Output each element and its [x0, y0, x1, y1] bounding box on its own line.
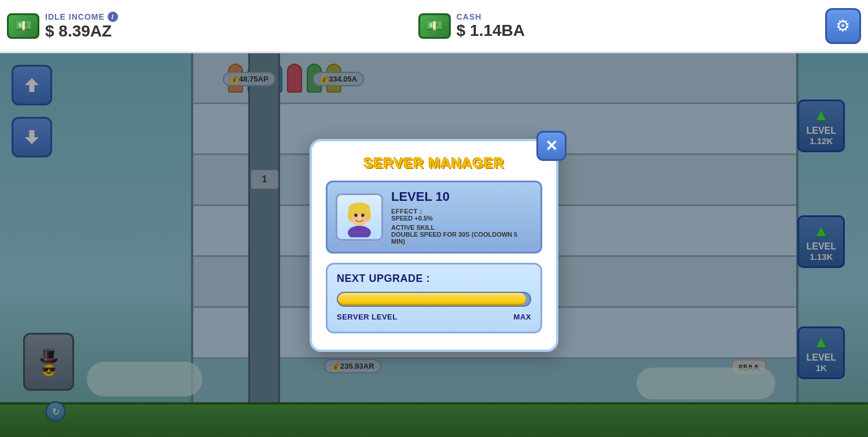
- character-info: LEVEL 10 EFFECT : SPEED +0.5% ACTIVE SKI…: [391, 189, 532, 245]
- progress-bar-fill: [338, 293, 526, 306]
- svg-point-0: [348, 226, 371, 237]
- idle-income-value: $ 8.39AZ: [45, 22, 112, 41]
- active-skill-label: ACTIVE SKILL: [391, 224, 532, 231]
- idle-income-title: IDLE INCOME i: [45, 12, 118, 22]
- cash-icon: 💵: [418, 13, 451, 39]
- modal-overlay: ✕ SERVER MANAGER: [0, 53, 868, 437]
- cash-value: $ 1.14BA: [457, 21, 525, 40]
- svg-point-7: [351, 216, 356, 221]
- active-skill-value: DOUBLE SPEED FOR 30S (COOLDOWN 5 MIN): [391, 231, 532, 245]
- character-avatar: [336, 193, 383, 241]
- topbar: 💵 IDLE INCOME i $ 8.39AZ 💵 CASH $ 1.14BA…: [0, 0, 868, 53]
- effect-label: EFFECT :: [391, 208, 532, 215]
- progress-bar-container: [337, 292, 531, 307]
- modal-title: SERVER MANAGER: [326, 155, 542, 171]
- server-manager-modal: ✕ SERVER MANAGER: [310, 139, 558, 352]
- idle-income-label: IDLE INCOME: [45, 12, 105, 21]
- cash-title: CASH: [457, 12, 482, 21]
- character-face-svg: [339, 197, 380, 237]
- cash-section: 💵 CASH $ 1.14BA: [418, 12, 525, 40]
- cash-label: CASH: [457, 12, 482, 21]
- settings-button[interactable]: ⚙: [825, 8, 861, 44]
- character-level: LEVEL 10: [391, 189, 532, 204]
- svg-point-8: [363, 216, 367, 221]
- idle-income-info: IDLE INCOME i $ 8.39AZ: [45, 12, 118, 41]
- idle-income-icon: 💵: [7, 13, 39, 39]
- close-icon: ✕: [545, 138, 558, 153]
- game-area: 1 💰48.75AP 💰334.05A ▲ LEVEL 1.12K ▲ LEVE…: [0, 53, 868, 437]
- info-icon[interactable]: i: [108, 12, 118, 22]
- modal-close-button[interactable]: ✕: [536, 131, 567, 161]
- server-level-label: SERVER LEVEL: [337, 313, 398, 321]
- cash-info: CASH $ 1.14BA: [457, 12, 525, 40]
- idle-income-section: 💵 IDLE INCOME i $ 8.39AZ: [7, 12, 118, 41]
- max-label: MAX: [514, 313, 531, 321]
- gear-icon: ⚙: [836, 16, 850, 35]
- character-card: LEVEL 10 EFFECT : SPEED +0.5% ACTIVE SKI…: [326, 181, 542, 254]
- upgrade-footer: SERVER LEVEL MAX: [337, 313, 531, 321]
- effect-value: SPEED +0.5%: [391, 215, 532, 222]
- upgrade-section: NEXT UPGRADE : SERVER LEVEL MAX: [326, 263, 542, 333]
- upgrade-title: NEXT UPGRADE :: [337, 273, 531, 285]
